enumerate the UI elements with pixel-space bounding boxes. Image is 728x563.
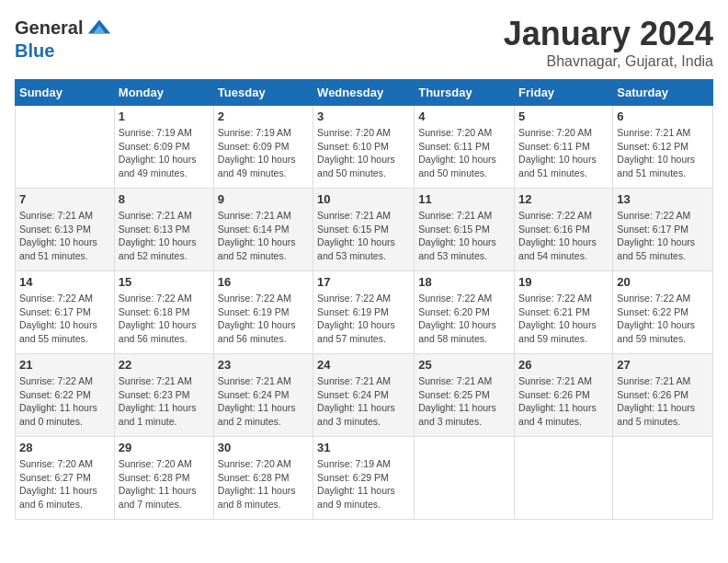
calendar-cell: 19Sunrise: 7:22 AMSunset: 6:21 PMDayligh… bbox=[515, 271, 613, 354]
day-info: Sunrise: 7:21 AMSunset: 6:13 PMDaylight:… bbox=[119, 210, 197, 261]
calendar-cell: 27Sunrise: 7:21 AMSunset: 6:26 PMDayligh… bbox=[613, 354, 713, 437]
main-title: January 2024 bbox=[504, 15, 713, 53]
calendar-cell: 3Sunrise: 7:20 AMSunset: 6:10 PMDaylight… bbox=[313, 106, 415, 189]
day-info: Sunrise: 7:21 AMSunset: 6:24 PMDaylight:… bbox=[317, 375, 395, 427]
day-info: Sunrise: 7:20 AMSunset: 6:10 PMDaylight:… bbox=[317, 127, 395, 178]
day-number: 30 bbox=[218, 441, 309, 454]
day-number: 20 bbox=[617, 275, 709, 289]
calendar-cell: 20Sunrise: 7:22 AMSunset: 6:22 PMDayligh… bbox=[613, 271, 713, 354]
calendar-cell: 30Sunrise: 7:20 AMSunset: 6:28 PMDayligh… bbox=[213, 437, 313, 520]
calendar-cell: 4Sunrise: 7:20 AMSunset: 6:11 PMDaylight… bbox=[415, 106, 515, 189]
calendar-cell: 18Sunrise: 7:22 AMSunset: 6:20 PMDayligh… bbox=[415, 271, 515, 354]
day-info: Sunrise: 7:22 AMSunset: 6:17 PMDaylight:… bbox=[617, 210, 695, 261]
day-info: Sunrise: 7:22 AMSunset: 6:18 PMDaylight:… bbox=[119, 293, 197, 344]
calendar-header-tuesday: Tuesday bbox=[213, 80, 313, 106]
day-info: Sunrise: 7:21 AMSunset: 6:14 PMDaylight:… bbox=[218, 210, 296, 261]
day-number: 4 bbox=[418, 109, 510, 123]
day-number: 7 bbox=[19, 192, 110, 206]
day-info: Sunrise: 7:20 AMSunset: 6:28 PMDaylight:… bbox=[218, 458, 296, 510]
calendar-cell: 16Sunrise: 7:22 AMSunset: 6:19 PMDayligh… bbox=[213, 271, 313, 354]
title-section: January 2024 Bhavnagar, Gujarat, India bbox=[504, 15, 713, 70]
day-number: 11 bbox=[418, 192, 510, 206]
day-number: 25 bbox=[418, 358, 510, 372]
calendar-cell: 31Sunrise: 7:19 AMSunset: 6:29 PMDayligh… bbox=[313, 437, 415, 520]
calendar-header-sunday: Sunday bbox=[16, 80, 115, 106]
day-info: Sunrise: 7:21 AMSunset: 6:24 PMDaylight:… bbox=[218, 375, 296, 427]
calendar-cell bbox=[415, 437, 515, 520]
calendar-cell: 26Sunrise: 7:21 AMSunset: 6:26 PMDayligh… bbox=[515, 354, 613, 437]
calendar-cell: 25Sunrise: 7:21 AMSunset: 6:25 PMDayligh… bbox=[415, 354, 515, 437]
calendar-cell: 1Sunrise: 7:19 AMSunset: 6:09 PMDaylight… bbox=[114, 106, 213, 189]
day-info: Sunrise: 7:20 AMSunset: 6:11 PMDaylight:… bbox=[518, 127, 597, 178]
day-info: Sunrise: 7:22 AMSunset: 6:22 PMDaylight:… bbox=[19, 375, 97, 427]
calendar-cell: 11Sunrise: 7:21 AMSunset: 6:15 PMDayligh… bbox=[415, 189, 515, 271]
day-number: 31 bbox=[317, 441, 410, 454]
day-number: 15 bbox=[119, 275, 210, 289]
calendar-header-thursday: Thursday bbox=[415, 80, 515, 106]
day-number: 8 bbox=[119, 192, 210, 206]
calendar-week-row: 28Sunrise: 7:20 AMSunset: 6:27 PMDayligh… bbox=[16, 437, 713, 520]
calendar-cell: 12Sunrise: 7:22 AMSunset: 6:16 PMDayligh… bbox=[515, 189, 613, 271]
calendar-week-row: 14Sunrise: 7:22 AMSunset: 6:17 PMDayligh… bbox=[16, 271, 713, 354]
logo-general-text: General bbox=[15, 17, 83, 39]
day-number: 5 bbox=[518, 109, 609, 123]
day-info: Sunrise: 7:20 AMSunset: 6:28 PMDaylight:… bbox=[119, 458, 197, 510]
day-info: Sunrise: 7:22 AMSunset: 6:19 PMDaylight:… bbox=[317, 293, 395, 344]
calendar-cell: 21Sunrise: 7:22 AMSunset: 6:22 PMDayligh… bbox=[16, 354, 115, 437]
day-number: 10 bbox=[317, 192, 410, 206]
day-number: 18 bbox=[418, 275, 510, 289]
calendar-header-saturday: Saturday bbox=[613, 80, 713, 106]
calendar-cell: 15Sunrise: 7:22 AMSunset: 6:18 PMDayligh… bbox=[114, 271, 213, 354]
calendar-cell: 29Sunrise: 7:20 AMSunset: 6:28 PMDayligh… bbox=[114, 437, 213, 520]
day-info: Sunrise: 7:22 AMSunset: 6:17 PMDaylight:… bbox=[19, 293, 97, 344]
day-number: 14 bbox=[19, 275, 110, 289]
day-info: Sunrise: 7:19 AMSunset: 6:29 PMDaylight:… bbox=[317, 458, 395, 510]
calendar-cell: 6Sunrise: 7:21 AMSunset: 6:12 PMDaylight… bbox=[613, 106, 713, 189]
day-number: 22 bbox=[119, 358, 210, 372]
calendar-cell: 23Sunrise: 7:21 AMSunset: 6:24 PMDayligh… bbox=[213, 354, 313, 437]
day-number: 24 bbox=[317, 358, 410, 372]
day-info: Sunrise: 7:21 AMSunset: 6:26 PMDaylight:… bbox=[518, 375, 597, 427]
subtitle: Bhavnagar, Gujarat, India bbox=[504, 53, 713, 70]
calendar-cell: 10Sunrise: 7:21 AMSunset: 6:15 PMDayligh… bbox=[313, 189, 415, 271]
day-number: 16 bbox=[218, 275, 309, 289]
calendar-cell: 8Sunrise: 7:21 AMSunset: 6:13 PMDaylight… bbox=[114, 189, 213, 271]
calendar-cell: 14Sunrise: 7:22 AMSunset: 6:17 PMDayligh… bbox=[16, 271, 115, 354]
calendar-cell: 24Sunrise: 7:21 AMSunset: 6:24 PMDayligh… bbox=[313, 354, 415, 437]
calendar-header-row: SundayMondayTuesdayWednesdayThursdayFrid… bbox=[16, 80, 713, 106]
calendar-cell: 28Sunrise: 7:20 AMSunset: 6:27 PMDayligh… bbox=[16, 437, 115, 520]
day-info: Sunrise: 7:21 AMSunset: 6:13 PMDaylight:… bbox=[19, 210, 97, 261]
calendar-cell: 13Sunrise: 7:22 AMSunset: 6:17 PMDayligh… bbox=[613, 189, 713, 271]
day-number: 26 bbox=[518, 358, 609, 372]
calendar-week-row: 21Sunrise: 7:22 AMSunset: 6:22 PMDayligh… bbox=[16, 354, 713, 437]
calendar-cell: 22Sunrise: 7:21 AMSunset: 6:23 PMDayligh… bbox=[114, 354, 213, 437]
logo: General Blue bbox=[15, 15, 112, 62]
day-info: Sunrise: 7:21 AMSunset: 6:23 PMDaylight:… bbox=[119, 375, 197, 427]
day-info: Sunrise: 7:22 AMSunset: 6:22 PMDaylight:… bbox=[617, 293, 695, 344]
calendar-cell bbox=[515, 437, 613, 520]
day-info: Sunrise: 7:19 AMSunset: 6:09 PMDaylight:… bbox=[218, 127, 296, 178]
calendar-cell: 2Sunrise: 7:19 AMSunset: 6:09 PMDaylight… bbox=[213, 106, 313, 189]
day-info: Sunrise: 7:20 AMSunset: 6:11 PMDaylight:… bbox=[418, 127, 496, 178]
day-info: Sunrise: 7:21 AMSunset: 6:15 PMDaylight:… bbox=[317, 210, 395, 261]
calendar-table: SundayMondayTuesdayWednesdayThursdayFrid… bbox=[15, 79, 713, 520]
day-number: 2 bbox=[218, 109, 309, 123]
day-info: Sunrise: 7:21 AMSunset: 6:26 PMDaylight:… bbox=[617, 375, 695, 427]
logo-blue-text: Blue bbox=[15, 40, 54, 62]
calendar-cell bbox=[16, 106, 115, 189]
calendar-cell bbox=[613, 437, 713, 520]
day-info: Sunrise: 7:22 AMSunset: 6:19 PMDaylight:… bbox=[218, 293, 296, 344]
day-number: 3 bbox=[317, 109, 410, 123]
day-number: 21 bbox=[19, 358, 110, 372]
day-number: 28 bbox=[19, 441, 110, 454]
day-number: 1 bbox=[119, 109, 210, 123]
day-number: 23 bbox=[218, 358, 309, 372]
calendar-header-friday: Friday bbox=[515, 80, 613, 106]
calendar-header-wednesday: Wednesday bbox=[313, 80, 415, 106]
day-number: 13 bbox=[617, 192, 709, 206]
logo-icon bbox=[86, 15, 112, 40]
calendar-cell: 7Sunrise: 7:21 AMSunset: 6:13 PMDaylight… bbox=[16, 189, 115, 271]
calendar-week-row: 1Sunrise: 7:19 AMSunset: 6:09 PMDaylight… bbox=[16, 106, 713, 189]
day-number: 19 bbox=[518, 275, 609, 289]
day-number: 29 bbox=[119, 441, 210, 454]
